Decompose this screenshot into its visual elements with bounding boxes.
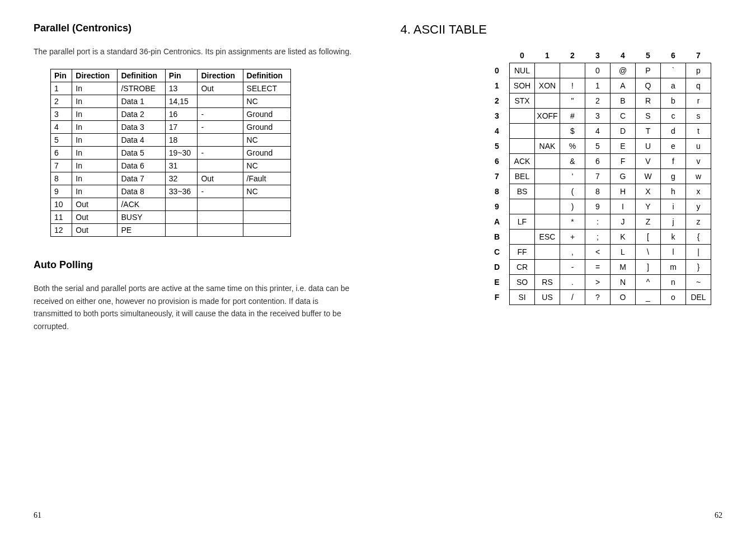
pin-cell: Out — [72, 224, 118, 237]
table-row: 5NAK%5EUeu — [485, 139, 711, 154]
ascii-cell: NAK — [535, 139, 560, 154]
ascii-cell: z — [686, 214, 711, 229]
ascii-cell: T — [636, 124, 661, 139]
ascii-cell: 6 — [585, 154, 611, 169]
ascii-row-head: 0 — [485, 63, 510, 78]
ascii-cell: ' — [560, 169, 585, 184]
ascii-cell — [510, 139, 535, 154]
pin-cell: - — [198, 185, 243, 198]
ascii-cell: q — [686, 78, 711, 93]
pin-cell — [198, 134, 243, 147]
ascii-cell: BS — [510, 184, 535, 199]
ascii-col-head: 3 — [585, 48, 611, 63]
ascii-cell: Q — [636, 78, 661, 93]
ascii-cell: t — [686, 124, 711, 139]
pin-cell — [243, 211, 290, 224]
table-row: 1In/STROBE13OutSELECT — [51, 82, 291, 95]
ascii-cell: R — [636, 93, 661, 109]
left-column: Parallel (Centronics) The parallel port … — [0, 0, 378, 534]
ascii-cell: O — [611, 290, 636, 305]
pin-cell: In — [72, 108, 118, 121]
ascii-cell: XON — [535, 78, 560, 93]
ascii-cell — [535, 245, 560, 260]
ascii-cell: J — [611, 214, 636, 229]
ascii-cell — [535, 214, 560, 229]
ascii-cell: ` — [661, 63, 686, 78]
pin-cell: NC — [243, 95, 290, 108]
ascii-cell: RS — [535, 275, 560, 290]
table-row: 0NUL0@P`p — [485, 63, 711, 78]
pin-cell: Data 2 — [118, 108, 165, 121]
pin-header: Pin — [51, 69, 72, 82]
pin-cell: 10 — [51, 198, 72, 211]
ascii-cell: e — [661, 139, 686, 154]
ascii-cell: x — [686, 184, 711, 199]
ascii-header-row: 0 1 2 3 4 5 6 7 — [485, 48, 711, 63]
pin-table: Pin Direction Definition Pin Direction D… — [50, 69, 291, 237]
pin-cell: Out — [198, 82, 243, 95]
ascii-table: 0 1 2 3 4 5 6 7 0NUL0@P`p1SOHXON!1AQaq2S… — [485, 48, 711, 305]
pin-cell — [165, 224, 198, 237]
table-row: 12OutPE — [51, 224, 291, 237]
table-row: 1SOHXON!1AQaq — [485, 78, 711, 93]
ascii-cell — [560, 63, 585, 78]
pin-header: Definition — [243, 69, 290, 82]
ascii-cell: V — [636, 154, 661, 169]
ascii-col-head: 5 — [636, 48, 661, 63]
ascii-cell: } — [686, 260, 711, 275]
page-number-right: 62 — [715, 511, 722, 520]
pin-cell: In — [72, 172, 118, 185]
ascii-cell — [510, 109, 535, 124]
pin-header: Direction — [72, 69, 118, 82]
ascii-cell: g — [661, 169, 686, 184]
ascii-cell: # — [560, 109, 585, 124]
table-row: ALF*:JZjz — [485, 214, 711, 229]
ascii-row-head: 8 — [485, 184, 510, 199]
pin-cell: Data 8 — [118, 185, 165, 198]
ascii-cell: 2 — [585, 93, 611, 109]
pin-cell — [198, 224, 243, 237]
ascii-cell: STX — [510, 93, 535, 109]
pin-cell: 8 — [51, 172, 72, 185]
pin-cell — [198, 198, 243, 211]
pin-cell — [243, 224, 290, 237]
ascii-cell: - — [560, 260, 585, 275]
pin-cell — [165, 198, 198, 211]
heading-parallel: Parallel (Centronics) — [34, 22, 356, 34]
pin-cell: NC — [243, 160, 290, 172]
ascii-cell: _ — [636, 290, 661, 305]
ascii-row-head: E — [485, 275, 510, 290]
table-row: 9InData 833~36-NC — [51, 185, 291, 198]
ascii-cell: 7 — [585, 169, 611, 184]
ascii-row-head: F — [485, 290, 510, 305]
pin-cell — [198, 211, 243, 224]
ascii-cell: + — [560, 229, 585, 245]
ascii-cell: W — [636, 169, 661, 184]
table-row: 4InData 317-Ground — [51, 121, 291, 134]
ascii-row-head: 3 — [485, 109, 510, 124]
table-row: 8BS(8HXhx — [485, 184, 711, 199]
table-row: BESC+;K[k{ — [485, 229, 711, 245]
ascii-cell: ) — [560, 199, 585, 214]
ascii-row-head: 5 — [485, 139, 510, 154]
ascii-row-head: 2 — [485, 93, 510, 109]
pin-cell: Data 4 — [118, 134, 165, 147]
pin-cell: Data 1 — [118, 95, 165, 108]
ascii-cell: G — [611, 169, 636, 184]
ascii-cell — [535, 260, 560, 275]
ascii-row-head: 6 — [485, 154, 510, 169]
pin-cell: 6 — [51, 147, 72, 160]
right-column: 4. ASCII TABLE 0 1 2 3 4 5 6 7 0NUL0@P`p… — [378, 0, 757, 534]
pin-cell: PE — [118, 224, 165, 237]
table-row: 4$4DTdt — [485, 124, 711, 139]
pin-cell: Data 6 — [118, 160, 165, 172]
ascii-cell: % — [560, 139, 585, 154]
ascii-cell: a — [661, 78, 686, 93]
ascii-cell: f — [661, 154, 686, 169]
ascii-cell: d — [661, 124, 686, 139]
pin-cell — [165, 211, 198, 224]
pin-cell: Data 3 — [118, 121, 165, 134]
ascii-cell: | — [686, 245, 711, 260]
ascii-cell: I — [611, 199, 636, 214]
ascii-cell: 4 — [585, 124, 611, 139]
